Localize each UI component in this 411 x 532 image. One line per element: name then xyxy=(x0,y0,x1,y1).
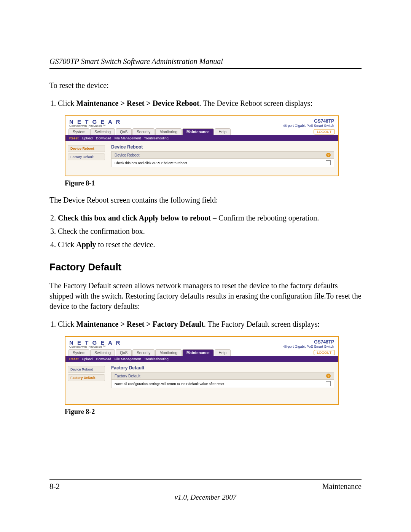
panel-header: Device Reboot ? xyxy=(111,151,334,159)
step1-bold: Maintenance > Reset > Device Reboot xyxy=(76,99,199,107)
panel-title: Device Reboot xyxy=(111,144,334,150)
footer-rule xyxy=(49,479,362,480)
step4-post: to reset the device. xyxy=(96,240,155,249)
logout-button[interactable]: LOGOUT xyxy=(314,129,335,134)
tab-help-2[interactable]: Help xyxy=(215,349,231,356)
running-header: GS700TP Smart Switch Software Administra… xyxy=(49,57,362,66)
step1-post: . The Device Reboot screen displays: xyxy=(199,99,312,107)
panel-body-2: Note: all configuration settings will re… xyxy=(111,380,334,388)
side-menu-2: Device Reboot Factory Default xyxy=(65,362,107,404)
step4-bold: Apply xyxy=(76,240,96,249)
help-icon-2[interactable]: ? xyxy=(326,374,331,378)
page-footer: 8-2 Maintenance v1.0, December 2007 xyxy=(49,479,362,502)
intro-text: To reset the device: xyxy=(49,80,362,91)
primary-tabs-2: System Switching QoS Security Monitoring… xyxy=(65,349,338,356)
subnav-reset[interactable]: Reset xyxy=(69,136,79,140)
tab-maintenance[interactable]: Maintenance xyxy=(182,128,214,135)
tab-monitoring-2[interactable]: Monitoring xyxy=(155,349,182,356)
tab-help[interactable]: Help xyxy=(215,128,231,135)
sub-nav: Reset Upload Download File Management Tr… xyxy=(65,135,338,141)
sub-nav-2: Reset Upload Download File Management Tr… xyxy=(65,356,338,362)
fdstep1-post: . The Factory Default screen displays: xyxy=(204,320,320,328)
manual-page: GS700TP Smart Switch Software Administra… xyxy=(0,0,411,532)
factory-default-para: The Factory Default screen allows networ… xyxy=(49,281,362,312)
side-factory-default-2[interactable]: Factory Default xyxy=(68,374,105,381)
tab-system[interactable]: System xyxy=(68,128,89,135)
subnav-troubleshoot-2[interactable]: Troubleshooting xyxy=(144,357,169,361)
tab-security[interactable]: Security xyxy=(132,128,155,135)
figure-8-1-caption: Figure 8-1 xyxy=(65,179,362,187)
model-desc: 48-port Gigabit PoE Smart Switch xyxy=(283,124,334,128)
chapter-name: Maintenance xyxy=(322,482,362,491)
subnav-upload[interactable]: Upload xyxy=(82,136,93,140)
subnav-troubleshoot[interactable]: Troubleshooting xyxy=(144,136,169,140)
panel-header-text: Device Reboot xyxy=(115,153,140,157)
tab-security-2[interactable]: Security xyxy=(132,349,155,356)
subnav-upload-2[interactable]: Upload xyxy=(82,357,93,361)
tab-system-2[interactable]: System xyxy=(68,349,89,356)
step1-pre: Click xyxy=(58,99,76,107)
tab-maintenance-2[interactable]: Maintenance xyxy=(182,349,214,356)
subnav-reset-2[interactable]: Reset xyxy=(69,357,79,361)
step4-pre: Click xyxy=(58,240,76,249)
model-desc-2: 48-port Gigabit PoE Smart Switch xyxy=(283,345,334,348)
fd-step-1: Click Maintenance > Reset > Factory Defa… xyxy=(58,319,362,329)
primary-tabs: System Switching QoS Security Monitoring… xyxy=(65,128,338,135)
factory-checkbox[interactable] xyxy=(326,381,331,386)
tab-qos-2[interactable]: QoS xyxy=(116,349,132,356)
step2-post: – Confirm the rebooting operation. xyxy=(211,214,319,222)
panel-header-2: Factory Default ? xyxy=(111,372,334,380)
panel-title-2: Factory Default xyxy=(111,365,334,371)
subnav-download-2[interactable]: Download xyxy=(96,357,111,361)
after-fig1-text: The Device Reboot screen contains the fo… xyxy=(49,195,362,205)
tab-switching-2[interactable]: Switching xyxy=(90,349,115,356)
panel-body: Check this box and click APPLY below to … xyxy=(111,159,334,167)
model-number-2: GS748TP xyxy=(283,339,334,345)
screenshot-factory-default: N E T G E A R Connect with Innovation ™ … xyxy=(65,336,339,405)
fdstep1-bold: Maintenance > Reset > Factory Default xyxy=(76,320,204,328)
side-device-reboot-2[interactable]: Device Reboot xyxy=(68,366,105,373)
model-number: GS748TP xyxy=(283,118,334,124)
side-device-reboot[interactable]: Device Reboot xyxy=(68,145,105,152)
step-3: Check the confirmation box. xyxy=(58,226,362,236)
panel-header-text-2: Factory Default xyxy=(115,374,140,378)
page-number: 8-2 xyxy=(49,482,60,491)
tab-qos[interactable]: QoS xyxy=(116,128,132,135)
header-rule xyxy=(49,68,362,69)
fdstep1-pre: Click xyxy=(58,320,76,328)
step-1: Click Maintenance > Reset > Device Reboo… xyxy=(58,98,362,109)
step-2: Check this box and click Apply below to … xyxy=(58,213,362,223)
logout-button-2[interactable]: LOGOUT xyxy=(314,350,335,355)
side-menu: Device Reboot Factory Default xyxy=(65,141,107,176)
doc-version: v1.0, December 2007 xyxy=(49,493,362,502)
subnav-filemgmt[interactable]: File Management xyxy=(115,136,141,140)
factory-note: Note: all configuration settings will re… xyxy=(115,382,224,386)
step-4: Click Apply to reset the device. xyxy=(58,240,362,250)
side-factory-default[interactable]: Factory Default xyxy=(68,153,105,160)
reboot-instruction: Check this box and click APPLY below to … xyxy=(115,161,187,165)
help-icon[interactable]: ? xyxy=(326,153,331,157)
step2-bold: Check this box and click Apply below to … xyxy=(58,214,211,222)
section-factory-default: Factory Default xyxy=(49,261,362,273)
tab-monitoring[interactable]: Monitoring xyxy=(155,128,182,135)
screenshot-device-reboot: N E T G E A R Connect with Innovation ™ … xyxy=(65,115,339,176)
tab-switching[interactable]: Switching xyxy=(90,128,115,135)
reboot-checkbox[interactable] xyxy=(326,160,331,165)
subnav-download[interactable]: Download xyxy=(96,136,111,140)
subnav-filemgmt-2[interactable]: File Management xyxy=(115,357,141,361)
figure-8-2-caption: Figure 8-2 xyxy=(65,408,362,416)
